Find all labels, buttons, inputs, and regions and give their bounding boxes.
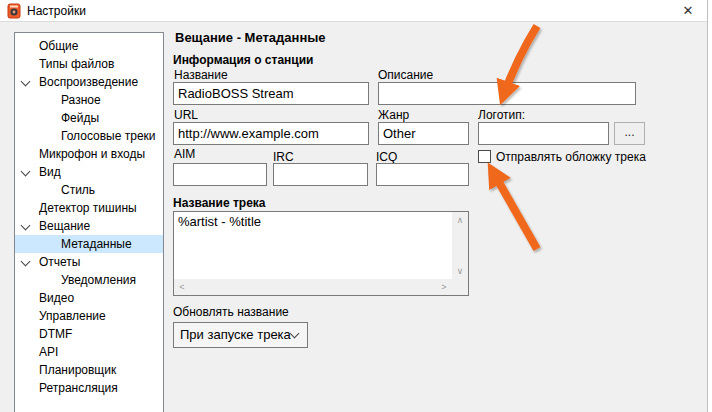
sidebar-item-голосовые-треки[interactable]: Голосовые треки xyxy=(15,127,163,145)
scroll-left-icon[interactable]: < xyxy=(174,279,190,295)
window-title: Настройки xyxy=(27,4,86,18)
url-label: URL xyxy=(174,108,198,122)
chevron-down-icon[interactable] xyxy=(21,167,31,177)
genre-input[interactable] xyxy=(378,122,469,145)
titlebar: Настройки ✕ xyxy=(0,0,707,22)
irc-label: IRC xyxy=(273,150,294,164)
settings-window: Настройки ✕ ОбщиеТипы файловВоспроизведе… xyxy=(0,0,708,412)
close-icon[interactable]: ✕ xyxy=(679,2,697,20)
sidebar-item-dtmf[interactable]: DTMF xyxy=(15,325,163,343)
sidebar-item-label: Планировщик xyxy=(39,361,116,379)
sidebar-item-label: Отчеты xyxy=(39,253,80,271)
sidebar-item-label: Метаданные xyxy=(61,235,132,253)
update-title-dropdown[interactable]: При запуске трека xyxy=(173,322,308,348)
vertical-scrollbar[interactable]: ∧ ∨ xyxy=(452,212,468,279)
genre-label: Жанр xyxy=(378,108,409,122)
logo-path-input[interactable] xyxy=(478,122,609,145)
sidebar-item-видео[interactable]: Видео xyxy=(15,289,163,307)
sidebar-item-микрофон-и-входы[interactable]: Микрофон и входы xyxy=(15,145,163,163)
app-icon xyxy=(6,3,22,19)
sidebar-item-разное[interactable]: Разное xyxy=(15,91,163,109)
sidebar-item-label: DTMF xyxy=(39,325,72,343)
sidebar-item-типы-файлов[interactable]: Типы файлов xyxy=(15,55,163,73)
sidebar-item-label: Детектор тишины xyxy=(39,199,137,217)
logo-browse-button[interactable]: ... xyxy=(614,122,645,145)
horizontal-scrollbar[interactable]: < > xyxy=(174,279,452,295)
track-title-template-value: %artist - %title xyxy=(178,214,261,229)
icq-label: ICQ xyxy=(376,150,397,164)
name-label: Название xyxy=(174,68,228,82)
sidebar-item-label: Воспроизведение xyxy=(39,73,138,91)
icq-input[interactable] xyxy=(376,163,469,186)
sidebar-item-воспроизведение[interactable]: Воспроизведение xyxy=(15,73,163,91)
chevron-down-icon[interactable] xyxy=(21,77,31,87)
scrollbar-corner xyxy=(452,279,468,295)
sidebar-item-стиль[interactable]: Стиль xyxy=(15,181,163,199)
aim-label: AIM xyxy=(174,147,195,161)
update-title-label: Обновлять название xyxy=(173,305,289,319)
sidebar-item-общие[interactable]: Общие xyxy=(15,37,163,55)
station-url-input[interactable] xyxy=(173,122,369,145)
description-label: Описание xyxy=(378,68,433,82)
station-description-input[interactable] xyxy=(378,82,636,105)
sidebar-item-вид[interactable]: Вид xyxy=(15,163,163,181)
sidebar-item-ретрансляция[interactable]: Ретрансляция xyxy=(15,379,163,397)
page-title: Вещание - Метаданные xyxy=(175,30,326,45)
chevron-down-icon[interactable] xyxy=(21,257,31,267)
scroll-right-icon[interactable]: > xyxy=(436,279,452,295)
sidebar-item-метаданные[interactable]: Метаданные xyxy=(15,235,163,253)
chevron-down-icon[interactable] xyxy=(21,221,31,231)
sidebar-item-детектор-тишины[interactable]: Детектор тишины xyxy=(15,199,163,217)
send-cover-label: Отправлять обложку трека xyxy=(496,150,646,164)
sidebar-item-label: Типы файлов xyxy=(39,55,114,73)
scroll-down-icon[interactable]: ∨ xyxy=(452,263,468,279)
station-section-title: Информация о станции xyxy=(173,53,313,67)
send-cover-checkbox[interactable] xyxy=(478,150,491,163)
sidebar-item-вещание[interactable]: Вещание xyxy=(15,217,163,235)
sidebar-item-label: Вещание xyxy=(39,217,90,235)
sidebar-item-label: Фейды xyxy=(61,109,99,127)
arrow-to-cover-checkbox xyxy=(492,170,537,249)
sidebar-item-label: Управление xyxy=(39,307,106,325)
aim-input[interactable] xyxy=(173,163,267,186)
sidebar-item-label: Ретрансляция xyxy=(39,379,118,397)
sidebar-item-label: Общие xyxy=(39,37,78,55)
sidebar-item-управление[interactable]: Управление xyxy=(15,307,163,325)
sidebar-item-label: Видео xyxy=(39,289,74,307)
sidebar-item-label: Вид xyxy=(39,163,61,181)
sidebar-item-label: Стиль xyxy=(61,181,95,199)
logo-label: Логотип: xyxy=(478,108,525,122)
sidebar-item-фейды[interactable]: Фейды xyxy=(15,109,163,127)
sidebar-item-отчеты[interactable]: Отчеты xyxy=(15,253,163,271)
sidebar-item-label: Голосовые треки xyxy=(61,127,156,145)
irc-input[interactable] xyxy=(273,163,368,186)
scroll-up-icon[interactable]: ∧ xyxy=(452,212,468,228)
sidebar-item-api[interactable]: API xyxy=(15,343,163,361)
track-title-template-editor[interactable]: %artist - %title ∧ ∨ < > xyxy=(173,211,469,296)
sidebar-item-label: API xyxy=(39,343,58,361)
sidebar-item-label: Уведомления xyxy=(61,271,136,289)
sidebar-item-label: Разное xyxy=(61,91,101,109)
chevron-down-icon xyxy=(290,329,300,339)
update-title-selected-option: При запуске трека xyxy=(180,327,291,342)
sidebar-item-уведомления[interactable]: Уведомления xyxy=(15,271,163,289)
sidebar-item-label: Микрофон и входы xyxy=(39,145,145,163)
station-name-input[interactable] xyxy=(173,82,369,105)
sidebar-item-планировщик[interactable]: Планировщик xyxy=(15,361,163,379)
track-title-section-title: Название трека xyxy=(173,196,266,210)
settings-tree: ОбщиеТипы файловВоспроизведениеРазноеФей… xyxy=(14,32,164,412)
